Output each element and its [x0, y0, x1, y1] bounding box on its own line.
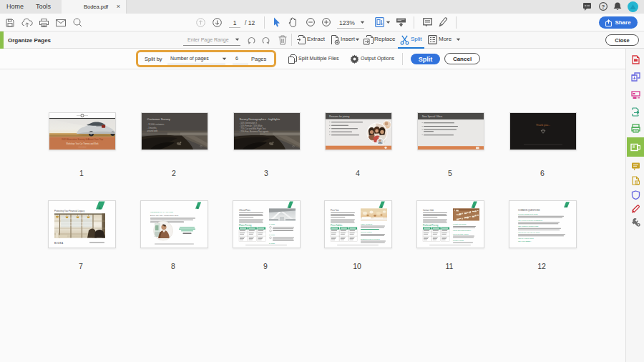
svg-text:Happy Members: Happy Members	[361, 223, 373, 225]
svg-text:- 3 months: - 3 months	[147, 127, 157, 129]
svg-text:- 25% Fun, Business/Test agent: - 25% Fun, Business/Test agents	[240, 130, 269, 133]
svg-text:Thank you...: Thank you...	[536, 124, 550, 127]
svg-text:?: ?	[602, 4, 605, 10]
svg-text:Plans Pricing: Plans Pricing	[239, 224, 252, 227]
svg-text:New Special Offers: New Special Offers	[422, 115, 443, 118]
svg-text:Latest Offers Spring Store: Latest Offers Spring Store	[453, 230, 472, 231]
svg-text:Contact Club: Contact Club	[423, 209, 434, 212]
svg-text:Week Meeting Advisor: Week Meeting Advisor	[453, 233, 469, 235]
svg-text:Will I receive a weekly newspa: Will I receive a weekly newspaper?	[518, 220, 543, 221]
svg-text:MEMBERSHIP AT A GLANCE: MEMBERSHIP AT A GLANCE	[150, 211, 173, 213]
svg-text:Customer Survey: Customer Survey	[147, 117, 171, 121]
svg-text:Protecting Your Financial Lega: Protecting Your Financial Legacy	[54, 210, 85, 212]
svg-text:General Management Cost?: General Management Cost?	[518, 213, 538, 215]
svg-text:Member emails: Member emails	[453, 240, 464, 241]
svg-text:2. Plans: 2. Plans	[269, 234, 275, 235]
svg-text:Can I switch to another plan?: Can I switch to another plan?	[518, 225, 539, 227]
svg-text:Price Tables: Price Tables	[331, 224, 343, 227]
svg-text:Offered Plans: Offered Plans	[239, 209, 251, 212]
svg-text:BODEA: BODEA	[54, 242, 64, 245]
svg-text:Can anyone else use my card?: Can anyone else use my card?	[518, 232, 540, 233]
svg-text:around web: around web	[147, 129, 158, 132]
svg-text:Reasons for joining: Reasons for joining	[329, 115, 349, 118]
svg-text:Call 1-800-BODEA: Call 1-800-BODEA	[518, 240, 532, 242]
svg-text:Price Two: Price Two	[331, 209, 339, 212]
svg-text:Website and Clubs: Website and Clubs	[453, 223, 467, 225]
svg-text:Workshop: Your Car Themes and: Workshop: Your Car Themes and Work	[67, 142, 99, 145]
svg-text:- 12,000 customers: - 12,000 customers	[147, 123, 165, 126]
svg-text:Suggested plan for all ages: Suggested plan for all ages	[361, 238, 380, 240]
svg-text:2019 Executive Survey & About: 2019 Executive Survey & About Your Trip	[62, 138, 103, 141]
svg-text:Survey Demographics - highligh: Survey Demographics - highlights	[240, 118, 280, 121]
svg-text:Curious Visitors: Curious Visitors	[361, 231, 372, 233]
svg-text:COMMON QUESTIONS: COMMON QUESTIONS	[518, 209, 540, 212]
svg-text:Prefered Pricing: Prefered Pricing	[423, 224, 439, 227]
svg-text:June 2019: June 2019	[78, 146, 87, 148]
svg-text:1. Plans: 1. Plans	[269, 223, 275, 225]
svg-text:Who do I call for help?: Who do I call for help?	[518, 238, 535, 239]
svg-text:Bodea Asso. Plan - Updated 201: Bodea Asso. Plan - Updated 2019-03-08	[150, 215, 179, 216]
svg-text:3. Plans: 3. Plans	[269, 243, 275, 244]
